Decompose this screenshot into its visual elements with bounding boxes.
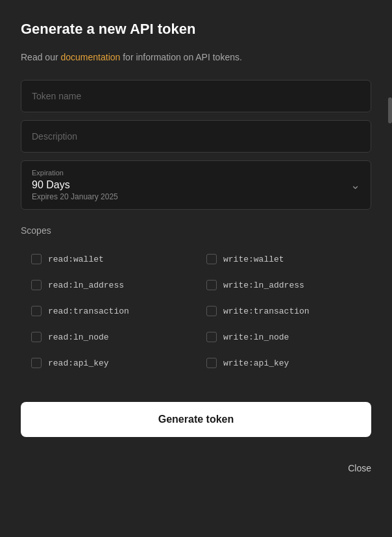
token-name-input[interactable] bbox=[21, 80, 371, 112]
scope-checkbox-read-api-key[interactable] bbox=[31, 358, 42, 368]
scope-item-read-transaction[interactable]: read:transaction bbox=[21, 298, 196, 324]
scope-item-read-ln-address[interactable]: read:ln_address bbox=[21, 272, 196, 298]
scope-item-write-api-key[interactable]: write:api_key bbox=[196, 350, 371, 376]
description-input[interactable] bbox=[21, 120, 371, 153]
scope-item-write-ln-address[interactable]: write:ln_address bbox=[196, 272, 371, 298]
scope-checkbox-write-transaction[interactable] bbox=[206, 306, 217, 316]
scope-label-write-ln-node: write:ln_node bbox=[223, 332, 289, 342]
scope-checkbox-read-transaction[interactable] bbox=[31, 306, 42, 316]
expiration-label: Expiration bbox=[32, 169, 360, 177]
scope-label-write-ln-address: write:ln_address bbox=[223, 281, 304, 290]
description-text: Read our documentation for information o… bbox=[21, 51, 371, 64]
scope-item-read-api-key[interactable]: read:api_key bbox=[21, 350, 196, 376]
scope-label-read-wallet: read:wallet bbox=[48, 255, 104, 264]
scope-label-read-ln-node: read:ln_node bbox=[48, 332, 109, 342]
chevron-down-icon: ⌄ bbox=[350, 178, 360, 192]
expiration-sub-text: Expires 20 January 2025 bbox=[32, 192, 360, 201]
scope-item-write-transaction[interactable]: write:transaction bbox=[196, 298, 371, 324]
expiration-dropdown[interactable]: Expiration 90 Days Expires 20 January 20… bbox=[21, 160, 371, 210]
close-button[interactable]: Close bbox=[348, 463, 371, 473]
scope-item-write-wallet[interactable]: write:wallet bbox=[196, 246, 371, 272]
scope-label-write-wallet: write:wallet bbox=[223, 255, 284, 264]
close-area: Close bbox=[21, 447, 371, 489]
modal-container: Generate a new API token Read our docume… bbox=[0, 0, 392, 537]
scope-label-read-transaction: read:transaction bbox=[48, 306, 129, 316]
scope-checkbox-read-ln-node[interactable] bbox=[31, 332, 42, 342]
modal-title: Generate a new API token bbox=[21, 21, 371, 38]
scope-checkbox-read-ln-address[interactable] bbox=[31, 280, 42, 290]
scope-checkbox-write-wallet[interactable] bbox=[206, 254, 217, 264]
expiration-value: 90 Days bbox=[32, 179, 360, 191]
button-area: Generate token bbox=[21, 392, 371, 447]
documentation-link[interactable]: documentation bbox=[60, 52, 120, 62]
scope-item-read-ln-node[interactable]: read:ln_node bbox=[21, 324, 196, 350]
description-prefix: Read our bbox=[21, 52, 60, 62]
scopes-grid: read:wallet write:wallet read:ln_address… bbox=[21, 246, 371, 376]
scrollbar bbox=[388, 97, 392, 123]
scope-item-read-wallet[interactable]: read:wallet bbox=[21, 246, 196, 272]
scope-checkbox-write-api-key[interactable] bbox=[206, 358, 217, 368]
scope-checkbox-read-wallet[interactable] bbox=[31, 254, 42, 264]
scope-label-write-transaction: write:transaction bbox=[223, 306, 310, 316]
scope-label-write-api-key: write:api_key bbox=[223, 358, 289, 368]
generate-token-button[interactable]: Generate token bbox=[21, 402, 371, 437]
scope-checkbox-write-ln-address[interactable] bbox=[206, 280, 217, 290]
description-suffix: for information on API tokens. bbox=[120, 52, 242, 62]
scope-checkbox-write-ln-node[interactable] bbox=[206, 332, 217, 342]
scopes-label: Scopes bbox=[21, 225, 371, 236]
scope-label-read-api-key: read:api_key bbox=[48, 358, 109, 368]
scope-label-read-ln-address: read:ln_address bbox=[48, 281, 124, 290]
scope-item-write-ln-node[interactable]: write:ln_node bbox=[196, 324, 371, 350]
